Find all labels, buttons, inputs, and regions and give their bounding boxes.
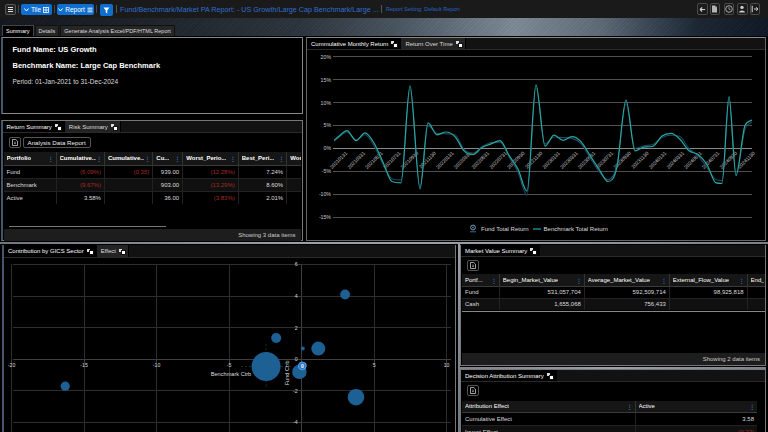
svg-text:-20: -20 bbox=[8, 362, 16, 368]
svg-text:20230331: 20230331 bbox=[559, 150, 579, 170]
svg-text:-15: -15 bbox=[80, 362, 88, 368]
svg-text:4: 4 bbox=[295, 293, 298, 299]
svg-text:-2: -2 bbox=[293, 388, 298, 394]
svg-text:0: 0 bbox=[295, 356, 298, 362]
svg-text:20220731: 20220731 bbox=[488, 150, 508, 170]
svg-text:5%: 5% bbox=[324, 122, 332, 128]
svg-text:20%: 20% bbox=[321, 54, 332, 60]
svg-text:20210331: 20210331 bbox=[346, 150, 366, 170]
svg-text:-5%: -5% bbox=[322, 168, 332, 174]
svg-text:-10%: -10% bbox=[319, 191, 331, 197]
svg-text:20220131: 20220131 bbox=[435, 150, 455, 170]
svg-text:0%: 0% bbox=[324, 145, 332, 151]
svg-text:0: 0 bbox=[301, 363, 304, 369]
svg-text:15%: 15% bbox=[321, 77, 332, 83]
svg-text:20240930: 20240930 bbox=[718, 150, 738, 170]
svg-text:20240131: 20240131 bbox=[647, 150, 667, 170]
svg-text:-4: -4 bbox=[293, 419, 298, 425]
svg-text:20210131: 20210131 bbox=[328, 150, 348, 170]
svg-text:10%: 10% bbox=[321, 100, 332, 106]
svg-text:2: 2 bbox=[295, 325, 298, 331]
svg-text:20230930: 20230930 bbox=[612, 150, 632, 170]
svg-text:20231130: 20231130 bbox=[630, 150, 650, 170]
svg-text:20240331: 20240331 bbox=[665, 150, 685, 170]
svg-text:-15%: -15% bbox=[319, 214, 331, 220]
svg-text:-5: -5 bbox=[227, 362, 232, 368]
svg-text:Benchmark Ctrb: Benchmark Ctrb bbox=[211, 371, 251, 377]
svg-text:6: 6 bbox=[295, 261, 298, 267]
svg-text:20221130: 20221130 bbox=[524, 150, 544, 170]
svg-text:10: 10 bbox=[444, 362, 450, 368]
svg-text:20230131: 20230131 bbox=[541, 150, 561, 170]
svg-text:5: 5 bbox=[373, 362, 376, 368]
svg-text:Fund Ctrb: Fund Ctrb bbox=[284, 360, 290, 385]
svg-text:-10: -10 bbox=[153, 362, 161, 368]
